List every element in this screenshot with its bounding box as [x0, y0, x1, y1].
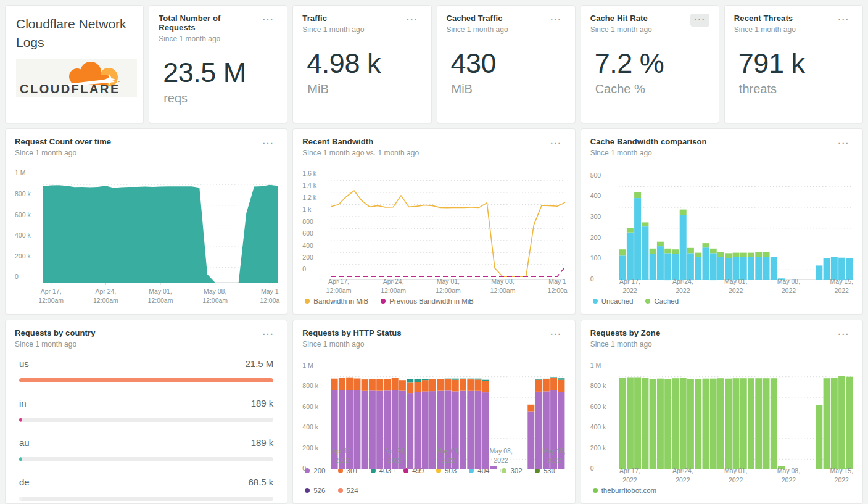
x-axis-label-line: 12:00am: [381, 286, 406, 295]
y-axis-label: 400 k: [590, 423, 606, 431]
x-axis-label-line: 12:00am: [38, 296, 64, 305]
country-row: au189 k: [19, 437, 273, 461]
panel-menu-button[interactable]: ···: [259, 137, 278, 150]
country-bar: [19, 418, 22, 422]
x-axis-label-line: 2022: [672, 476, 693, 485]
legend-dot: [305, 488, 310, 493]
panel-menu-button[interactable]: ···: [259, 14, 278, 27]
panel-subtitle: Since 1 month ago: [590, 340, 661, 349]
country-row-head: in189 k: [19, 398, 273, 408]
legend-item[interactable]: 526: [305, 487, 325, 494]
legend-item[interactable]: Previous Bandwidth in MiB: [381, 297, 474, 305]
panel-menu-button[interactable]: ···: [259, 328, 278, 341]
x-axis-label-line: Apr 17,: [38, 287, 64, 296]
x-axis-label: May 112:00a: [260, 287, 279, 305]
x-axis-label: May 01,2022: [437, 447, 460, 465]
x-axis-label: May 01,12:00am: [436, 277, 461, 295]
x-axis-label: May 08,2022: [777, 277, 800, 295]
panel-menu-button[interactable]: ···: [835, 14, 854, 27]
x-axis-label: Apr 24,2022: [672, 466, 693, 484]
panel-menu-button[interactable]: ···: [690, 14, 709, 27]
panel-recent-bandwidth: Recent Bandwidth Since 1 month ago vs. 1…: [292, 128, 575, 315]
chart-legend: Bandwidth in MiBPrevious Bandwidth in Mi…: [302, 296, 565, 306]
series-bandwidth-in-mib: [331, 191, 565, 276]
x-axis-label-line: May 15,: [830, 277, 853, 286]
panel-cache-hit-rate: Cache Hit Rate Since 1 month ago ··· 7.2…: [581, 5, 719, 123]
y-axis-label: 1 M: [15, 170, 26, 177]
legend-dot: [338, 488, 343, 493]
panel-subtitle: Since 1 month ago: [159, 35, 259, 43]
x-axis-label-line: May 01,: [436, 277, 461, 286]
x-axis-label-line: 2022: [619, 286, 640, 295]
panel-subtitle: Since 1 month ago: [15, 340, 95, 349]
y-axis-label: 1 M: [302, 361, 313, 369]
panel-title: Cached Traffic: [447, 14, 508, 23]
x-axis-label-line: Apr 24,: [93, 287, 118, 296]
legend-item[interactable]: theburritobot.com: [593, 487, 657, 494]
panel-title: Requests by HTTP Status: [302, 328, 401, 337]
country-value: 21.5 M: [245, 358, 273, 369]
panel-subtitle: Since 1 month ago: [590, 25, 652, 34]
panel-title: Traffic: [302, 14, 364, 23]
x-axis-label: Apr 24,2022: [672, 277, 693, 295]
legend-label: Bandwidth in MiB: [313, 297, 368, 305]
x-axis-label-line: May 08,: [202, 287, 228, 296]
zone-chart: 0200 k400 k600 k800 k1 MApr 17,2022Apr 2…: [590, 363, 853, 462]
panel-menu-button[interactable]: ···: [547, 137, 566, 150]
x-axis-label-line: 2022: [489, 456, 512, 465]
y-axis-label: 500: [590, 171, 601, 179]
panel-total-requests: Total Number of Requests Since 1 month a…: [149, 5, 287, 123]
x-axis-label-line: Apr 24,: [385, 447, 406, 456]
x-axis-label-line: 2022: [830, 476, 853, 485]
country-value: 189 k: [251, 398, 274, 408]
cloudflare-wordmark: CLOUDFLARE: [20, 82, 120, 96]
x-axis-label-line: 12:00a: [548, 286, 568, 295]
panel-menu-button[interactable]: ···: [835, 137, 854, 150]
stat-value: 4.98 k: [307, 48, 421, 80]
x-axis-label: Apr 17,2022: [332, 447, 353, 465]
x-axis-label: Apr 17,2022: [619, 466, 640, 484]
country-label: de: [19, 477, 30, 487]
y-axis-label: 1.4 k: [302, 182, 316, 189]
stat-value: 7.2 %: [595, 48, 709, 80]
panel-title: Request Count over time: [15, 137, 111, 146]
legend-item[interactable]: Uncached: [593, 297, 634, 305]
x-axis-label-line: 2022: [332, 456, 353, 465]
panel-subtitle: Since 1 month ago: [302, 25, 364, 34]
x-axis-label: Apr 24,12:00am: [381, 277, 406, 295]
y-axis-label: 0: [302, 465, 306, 472]
x-axis-label-line: 12:00a: [260, 296, 279, 305]
country-list: us21.5 Min189 kau189 kde68.5 k: [15, 349, 278, 504]
legend-dot: [645, 299, 650, 304]
panel-menu-button[interactable]: ···: [835, 328, 854, 341]
x-axis-label-line: May 15,: [830, 466, 853, 476]
x-axis-label-line: May 08,: [489, 447, 512, 456]
y-axis-label: 0: [590, 275, 594, 283]
y-axis-label: 600 k: [590, 403, 606, 410]
panel-subtitle: Since 1 month ago: [302, 340, 401, 349]
y-axis-label: 0: [590, 465, 594, 472]
y-axis-label: 1 k: [302, 205, 311, 213]
panel-menu-button[interactable]: ···: [547, 328, 566, 341]
legend-item[interactable]: 524: [338, 487, 358, 494]
panel-menu-button[interactable]: ···: [547, 14, 566, 27]
x-axis-label-line: May 1: [260, 287, 279, 296]
x-axis-label-line: 12:00am: [490, 286, 516, 295]
y-axis-label: 200 k: [15, 252, 31, 260]
country-row-head: de68.5 k: [19, 477, 273, 487]
y-axis-label: 800 k: [302, 382, 318, 390]
y-axis-label: 100: [590, 255, 601, 262]
legend-item[interactable]: Cached: [645, 297, 679, 305]
x-axis-label-line: Apr 24,: [672, 277, 693, 286]
stat-unit: MiB: [307, 82, 421, 96]
legend-label: Previous Bandwidth in MiB: [389, 297, 474, 305]
panel-requests-zone: Requests by Zone Since 1 month ago ··· 0…: [581, 320, 863, 504]
legend-dot: [381, 299, 386, 304]
x-axis-label-line: May 08,: [777, 277, 800, 286]
x-axis-label-line: May 01,: [724, 277, 747, 286]
x-axis-label-line: 12:00am: [93, 296, 118, 305]
country-row-head: au189 k: [19, 437, 273, 448]
panel-menu-button[interactable]: ···: [403, 14, 422, 27]
country-label: in: [19, 398, 27, 408]
legend-item[interactable]: Bandwidth in MiB: [305, 297, 368, 305]
